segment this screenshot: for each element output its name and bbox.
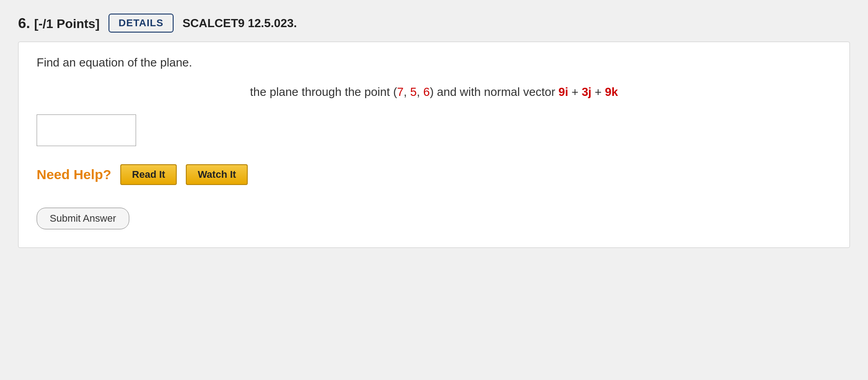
question-number: 6. [-/1 Points]: [18, 15, 99, 32]
answer-input[interactable]: [37, 114, 136, 146]
details-button[interactable]: DETAILS: [108, 14, 173, 33]
need-help-row: Need Help? Read It Watch It: [37, 164, 831, 185]
submit-answer-button[interactable]: Submit Answer: [37, 208, 129, 229]
page-wrapper: 6. [-/1 Points] DETAILS SCALCET9 12.5.02…: [18, 14, 850, 248]
question-box: Find an equation of the plane. the plane…: [18, 42, 850, 248]
equation-text: the plane through the point (7, 5, 6) an…: [37, 83, 831, 101]
read-it-button[interactable]: Read It: [120, 164, 177, 185]
need-help-label: Need Help?: [37, 167, 111, 182]
question-header: 6. [-/1 Points] DETAILS SCALCET9 12.5.02…: [18, 14, 850, 33]
watch-it-button[interactable]: Watch It: [186, 164, 248, 185]
question-description: Find an equation of the plane.: [37, 56, 831, 70]
problem-id: SCALCET9 12.5.023.: [183, 16, 297, 30]
